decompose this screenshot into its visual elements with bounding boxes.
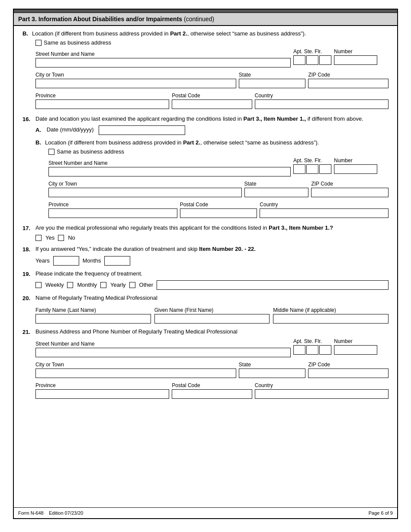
page-container: Part 3. Information About Disabilities a… [13, 9, 398, 519]
section-b-content: Same as business address Street Number a… [22, 39, 389, 109]
q19-other-checkbox[interactable] [129, 282, 135, 288]
state-input-21[interactable] [239, 369, 306, 378]
apt-box2-b-top[interactable] [306, 55, 318, 65]
number-label-21: Number [334, 338, 389, 344]
province-input-16b[interactable] [48, 208, 177, 218]
same-business-checkbox[interactable] [35, 40, 42, 46]
apt-box1-16b[interactable] [293, 164, 305, 174]
number-input-16b[interactable] [334, 164, 377, 174]
q19-yearly-label: Yearly [110, 282, 126, 288]
province-input-21[interactable] [35, 389, 169, 399]
q19-other-label: Other [139, 282, 154, 288]
q16b-same-business-row: Same as business address [48, 148, 389, 155]
q21-number: 21. [22, 328, 35, 335]
q19-weekly-checkbox[interactable] [35, 282, 42, 288]
street-label-b-top: Street Number and Name [35, 51, 291, 57]
q19-weekly-item: Weekly [35, 282, 64, 288]
given-name-input[interactable] [154, 314, 270, 324]
zip-col-16b: ZIP Code [311, 178, 389, 197]
apt-box3-21[interactable] [319, 345, 331, 355]
apt-col-b-top: Apt. Ste. Flr. [293, 48, 331, 65]
apt-box2-21[interactable] [306, 345, 318, 355]
q19-options: Weekly Monthly Yearly Other [35, 280, 389, 290]
apt-box1-21[interactable] [293, 345, 305, 355]
state-input-b-top[interactable] [239, 79, 306, 88]
city-label-b-top: City or Town [35, 72, 236, 78]
street-input-16b[interactable] [48, 167, 291, 176]
apt-box3-b-top[interactable] [319, 55, 331, 65]
q17-yes-checkbox[interactable] [35, 235, 42, 241]
city-row-16b: City or Town State ZIP Code [48, 178, 389, 197]
postal-input-b-top[interactable] [172, 99, 252, 109]
postal-label-21: Postal Code [172, 382, 252, 388]
state-input-16b[interactable] [244, 188, 309, 197]
q19-monthly-checkbox[interactable] [67, 282, 73, 288]
part-title: Information About Disabilities and/or Im… [39, 16, 182, 22]
years-input[interactable] [53, 256, 79, 266]
city-input-21[interactable] [35, 369, 236, 378]
q16b-content: Same as business address Street Number a… [35, 148, 389, 218]
postal-input-16b[interactable] [180, 208, 257, 218]
family-name-input[interactable] [35, 314, 151, 324]
q16b-same-business-checkbox[interactable] [48, 149, 55, 155]
middle-name-input[interactable] [273, 314, 389, 324]
zip-input-b-top[interactable] [308, 79, 389, 88]
city-row-21: City or Town State ZIP Code [35, 359, 389, 378]
q16b-label: B. [35, 139, 45, 146]
q19-yearly-checkbox[interactable] [100, 282, 106, 288]
q21-text: Business Address and Phone Number of Reg… [35, 328, 389, 336]
q17-no-item: No [58, 234, 75, 241]
same-business-label: Same as business address [44, 39, 111, 46]
postal-input-21[interactable] [172, 389, 252, 399]
apt-label-21: Apt. Ste. Flr. [293, 338, 331, 344]
province-row-b-top: Province Postal Code Country [35, 90, 389, 109]
country-input-21[interactable] [255, 389, 389, 399]
postal-col-16b: Postal Code [180, 199, 257, 218]
q17-text: Are you the medical professional who reg… [35, 224, 389, 232]
state-label-21: State [239, 362, 306, 368]
q19-content: Please indicate the frequency of treatme… [35, 270, 389, 290]
q20-name-grid: Family Name (Last Name) Given Name (Firs… [35, 304, 389, 324]
footer-page: Page 6 of 9 [369, 510, 393, 516]
q16b-same-label: Same as business address [57, 148, 124, 155]
q17-no-checkbox[interactable] [58, 235, 64, 241]
zip-input-16b[interactable] [311, 188, 389, 197]
q16a: A. Date (mm/dd/yyyy) [35, 125, 389, 135]
months-input[interactable] [104, 256, 130, 266]
state-col-b-top: State [239, 69, 306, 88]
street-input-b-top[interactable] [35, 58, 291, 67]
q19-yearly-item: Yearly [100, 282, 126, 288]
country-input-b-top[interactable] [255, 99, 389, 109]
zip-input-21[interactable] [308, 369, 389, 378]
apt-number-section-21: Apt. Ste. Flr. Number [293, 338, 389, 357]
q16a-date-input[interactable] [99, 125, 185, 135]
city-label-21: City or Town [35, 362, 236, 368]
street-row-21: Street Number and Name Apt. Ste. Flr. [35, 338, 389, 357]
middle-name-col: Middle Name (if applicable) [273, 304, 389, 324]
q19-other-input[interactable] [157, 280, 389, 290]
family-name-label: Family Name (Last Name) [35, 307, 151, 313]
q18-number: 18. [22, 245, 35, 253]
q18-section: 18. If you answered “Yes,” indicate the … [22, 245, 389, 265]
number-col-b-top: Number [334, 48, 389, 65]
country-input-16b[interactable] [260, 208, 389, 218]
number-input-b-top[interactable] [334, 55, 377, 65]
street-input-21[interactable] [35, 348, 291, 357]
q16-section: 16. Date and location you last examined … [22, 115, 389, 220]
q19-number: 19. [22, 270, 35, 277]
apt-box3-16b[interactable] [319, 164, 331, 174]
country-label-16b: Country [260, 202, 389, 208]
apt-box1-b-top[interactable] [293, 55, 305, 65]
province-label-16b: Province [48, 202, 177, 208]
b-label: B. [22, 30, 32, 37]
number-input-21[interactable] [334, 345, 377, 355]
q20-text: Name of Regularly Treating Medical Profe… [35, 294, 389, 302]
city-input-b-top[interactable] [35, 79, 236, 88]
street-field-21: Street Number and Name [35, 338, 291, 357]
province-input-b-top[interactable] [35, 99, 169, 109]
q17-yes-label: Yes [45, 234, 55, 241]
q19-monthly-item: Monthly [67, 282, 97, 288]
city-input-16b[interactable] [48, 188, 242, 197]
apt-box2-16b[interactable] [306, 164, 318, 174]
country-col-21: Country [255, 380, 389, 399]
